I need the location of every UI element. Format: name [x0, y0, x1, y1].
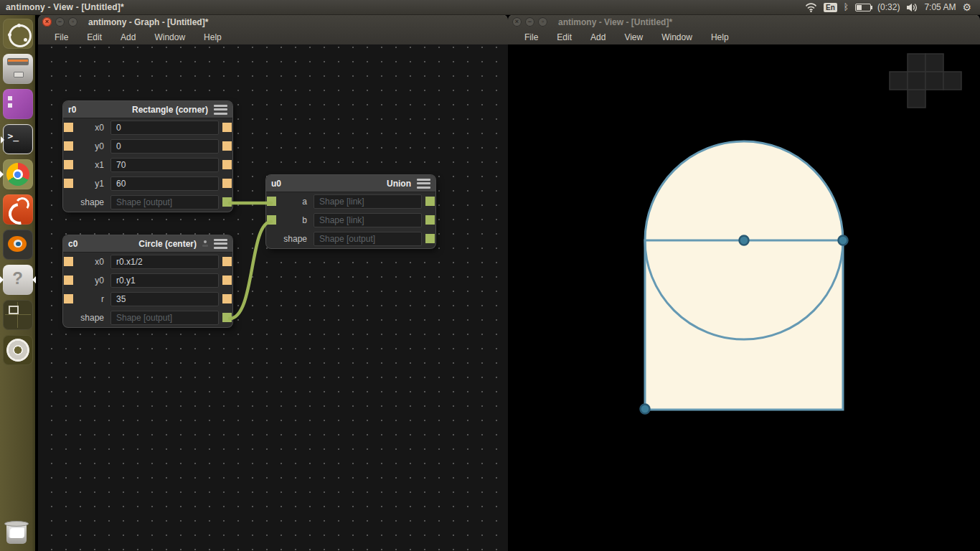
close-button[interactable]: × — [512, 17, 522, 27]
input-port[interactable] — [64, 257, 73, 266]
session-gear-icon[interactable]: ⚙ — [962, 1, 971, 13]
broadcast-app-icon[interactable] — [3, 194, 33, 225]
node-c0-titlebar[interactable]: c0 Circle (center) — [63, 235, 232, 253]
bluetooth-icon[interactable]: ᛒ — [844, 2, 849, 12]
datum-field[interactable]: 35 — [110, 292, 219, 306]
cd-burner-icon[interactable] — [3, 335, 33, 365]
node-u0[interactable]: u0 Union a Shape [link] b Shape [link] s… — [266, 175, 435, 248]
volume-icon[interactable] — [906, 3, 918, 12]
input-port[interactable] — [64, 294, 73, 303]
output-port[interactable] — [222, 179, 232, 188]
output-port[interactable] — [222, 123, 232, 132]
datum-field[interactable]: 60 — [110, 176, 219, 191]
output-port[interactable] — [222, 294, 232, 303]
rect-corner-x1y1-handle[interactable] — [839, 236, 848, 245]
output-port[interactable] — [222, 257, 232, 266]
output-port[interactable] — [222, 276, 232, 285]
trash-icon[interactable] — [2, 517, 32, 547]
antimony-app-icon[interactable]: ? — [3, 265, 33, 295]
circle-center-handle[interactable] — [740, 236, 749, 245]
graph-canvas[interactable]: r0 Rectangle (corner) x0 0 y0 0 x1 70 — [38, 44, 508, 551]
terminal-icon[interactable]: >_ — [3, 124, 33, 154]
menu-window[interactable]: Window — [145, 31, 194, 44]
shape-output-port[interactable] — [425, 215, 435, 225]
view-canvas[interactable] — [508, 44, 980, 551]
menu-file[interactable]: File — [45, 31, 77, 44]
rect-corner-x0y0-handle[interactable] — [641, 405, 650, 414]
node-menu-icon[interactable] — [214, 239, 227, 249]
keyboard-layout-indicator[interactable]: En — [824, 3, 837, 12]
minimize-button[interactable]: − — [525, 17, 534, 27]
menu-help[interactable]: Help — [702, 31, 738, 44]
purple-app-icon[interactable] — [3, 89, 33, 119]
menu-file[interactable]: File — [515, 31, 547, 44]
menu-add[interactable]: Add — [111, 31, 145, 44]
input-port[interactable] — [64, 123, 73, 132]
battery-icon[interactable] — [855, 4, 871, 11]
wifi-icon[interactable] — [805, 3, 817, 12]
shape-input-port[interactable] — [267, 215, 276, 225]
clock[interactable]: 7:05 AM — [924, 2, 956, 12]
view-titlebar[interactable]: × − ▫ antimony - View - [Untitled]* — [508, 14, 980, 29]
graph-window: × − ▫ antimony - Graph - [Untitled]* Fil… — [38, 14, 508, 551]
shape-input-port[interactable] — [267, 197, 276, 206]
node-type: Union — [387, 179, 411, 189]
node-r0[interactable]: r0 Rectangle (corner) x0 0 y0 0 x1 70 — [63, 101, 232, 212]
minimize-button[interactable]: − — [55, 17, 65, 27]
maximize-button[interactable]: ▫ — [68, 17, 77, 27]
rendered-shape — [508, 44, 980, 551]
datum-field[interactable]: r0.x1/2 — [110, 255, 219, 269]
node-menu-icon[interactable] — [214, 105, 227, 115]
output-port[interactable] — [222, 160, 232, 169]
close-button[interactable]: × — [42, 17, 52, 27]
shape-output-port[interactable] — [222, 197, 232, 207]
graph-titlebar[interactable]: × − ▫ antimony - Graph - [Untitled]* — [38, 14, 508, 29]
node-row: shape Shape [output] — [63, 309, 232, 327]
node-row: x0 r0.x1/2 — [63, 253, 232, 271]
shape-output-port[interactable] — [222, 313, 232, 322]
datum-field[interactable]: 70 — [110, 158, 219, 172]
script-indicator-icon — [202, 240, 208, 247]
datum-field[interactable]: 0 — [110, 121, 219, 135]
input-port[interactable] — [64, 179, 73, 188]
unity-launcher: >_ ? — [0, 14, 35, 551]
shape-output-port[interactable] — [425, 234, 435, 243]
input-port[interactable] — [64, 160, 73, 169]
chromium-browser-icon[interactable] — [3, 159, 33, 189]
node-u0-titlebar[interactable]: u0 Union — [266, 175, 435, 192]
node-row: y0 r0.y1 — [63, 271, 232, 290]
view-orientation-widget[interactable] — [890, 54, 961, 108]
file-manager-icon[interactable] — [3, 54, 33, 84]
node-row: b Shape [link] — [266, 211, 435, 230]
circle-of-friends-icon — [9, 24, 32, 47]
menu-view[interactable]: View — [615, 31, 652, 44]
running-indicator — [0, 171, 4, 178]
graph-window-title: antimony - Graph - [Untitled]* — [88, 17, 208, 27]
datum-field[interactable]: 0 — [110, 139, 219, 154]
maximize-button[interactable]: ▫ — [538, 17, 547, 27]
workspace-switcher-icon[interactable] — [3, 300, 33, 330]
shape-output-port[interactable] — [425, 197, 435, 206]
ubuntu-dash-icon[interactable] — [3, 19, 33, 49]
datum-field[interactable]: r0.y1 — [110, 273, 219, 288]
node-row: r 35 — [63, 290, 232, 309]
node-c0[interactable]: c0 Circle (center) x0 r0.x1/2 y0 r0.y1 r — [63, 235, 232, 327]
view-menubar: File Edit Add View Window Help — [508, 29, 980, 44]
input-port[interactable] — [64, 276, 73, 285]
blender-icon[interactable] — [3, 230, 33, 260]
node-row: x1 70 — [63, 156, 232, 174]
view-window: × − ▫ antimony - View - [Untitled]* File… — [508, 14, 980, 551]
node-id: r0 — [68, 105, 76, 115]
node-r0-titlebar[interactable]: r0 Rectangle (corner) — [63, 101, 232, 118]
node-menu-icon[interactable] — [417, 179, 430, 189]
link-field: Shape [link] — [314, 213, 422, 227]
menu-add[interactable]: Add — [581, 31, 615, 44]
output-port[interactable] — [222, 141, 232, 151]
menu-edit[interactable]: Edit — [547, 31, 581, 44]
running-indicator — [1, 136, 4, 143]
node-row: a Shape [link] — [266, 192, 435, 211]
input-port[interactable] — [64, 141, 73, 151]
menu-help[interactable]: Help — [194, 31, 231, 44]
menu-edit[interactable]: Edit — [77, 31, 111, 44]
menu-window[interactable]: Window — [652, 31, 702, 44]
